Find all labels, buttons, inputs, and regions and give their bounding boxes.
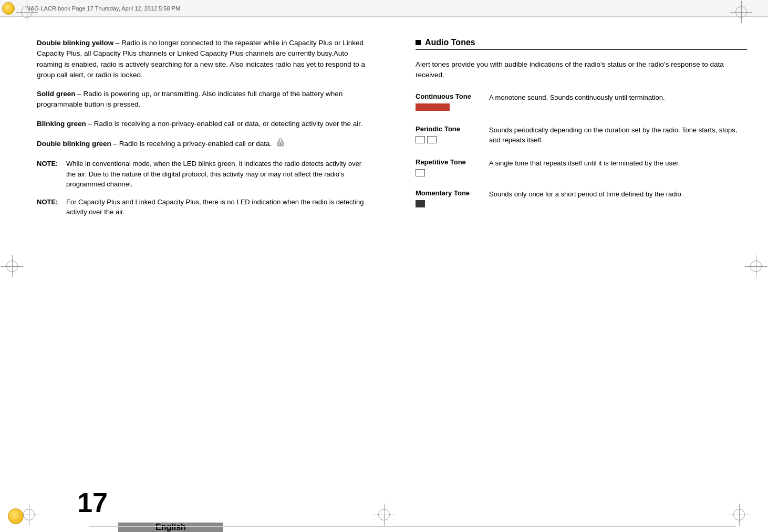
- tone-row-periodic: Periodic Tone Sounds periodically depend…: [416, 125, 747, 145]
- crosshair-bottom-right: [732, 508, 746, 521]
- separator-1: –: [76, 90, 84, 98]
- tone-name-repetitive: Repetitive Tone: [416, 158, 484, 166]
- tone-name-continuous: Continuous Tone: [416, 92, 484, 100]
- para-double-blinking-green: Double blinking green – Radio is receivi…: [37, 138, 368, 150]
- tone-name-momentary: Momentary Tone: [416, 189, 484, 197]
- footer-line: [89, 526, 736, 527]
- svg-point-1: [280, 143, 281, 144]
- note-2-block: NOTE: For Capacity Plus and Linked Capac…: [37, 197, 368, 217]
- para-blinking-green: Blinking green – Radio is receiving a no…: [37, 119, 368, 129]
- tone-desc-periodic: Sounds periodically depending on the dur…: [489, 125, 747, 145]
- tone-visual-periodic: [416, 136, 484, 143]
- heading-square-icon: [416, 40, 421, 45]
- left-column: Double blinking yellow – Radio is no lon…: [0, 17, 389, 482]
- tone-desc-momentary: Sounds only once for a short period of t…: [489, 189, 747, 200]
- note-2-text: For Capacity Plus and Linked Capacity Pl…: [66, 197, 368, 217]
- momentary-box-1: [416, 200, 425, 207]
- continuous-bar: [416, 103, 450, 111]
- repetitive-box: [416, 169, 484, 176]
- tone-desc-repetitive: A single tone that repeats itself until …: [489, 158, 747, 169]
- separator-0: –: [113, 39, 121, 47]
- section-heading-audio-tones: Audio Tones: [416, 38, 747, 50]
- periodic-box-1: [416, 136, 425, 143]
- note-1-text: While in conventional mode, when the LED…: [66, 159, 368, 190]
- note-1-block: NOTE: While in conventional mode, when t…: [37, 159, 368, 190]
- yellow-circle-bottom: [8, 508, 24, 524]
- header-bar: NAG-LACR.book Page 17 Thursday, April 12…: [0, 0, 768, 17]
- crosshair-bottom-left: [22, 508, 36, 521]
- tone-row-repetitive: Repetitive Tone A single tone that repea…: [416, 158, 747, 176]
- tone-row-momentary: Momentary Tone Sounds only once for a sh…: [416, 189, 747, 207]
- tone-visual-continuous: [416, 103, 484, 112]
- term-double-blinking-green: Double blinking green: [37, 139, 111, 147]
- tone-label-periodic: Periodic Tone: [416, 125, 484, 143]
- footer: 17 English: [0, 482, 768, 532]
- body-double-blinking-green: Radio is receiving a privacy-enabled cal…: [119, 139, 272, 147]
- main-content: Double blinking yellow – Radio is no lon…: [0, 17, 768, 482]
- momentary-box: [416, 200, 484, 207]
- periodic-boxes: [416, 136, 484, 143]
- para-double-blinking-yellow: Double blinking yellow – Radio is no lon…: [37, 38, 368, 80]
- separator-2: –: [86, 120, 94, 128]
- language-tab: English: [118, 523, 223, 532]
- section-title: Audio Tones: [425, 38, 475, 47]
- para-solid-green: Solid green – Radio is powering up, or t…: [37, 89, 368, 110]
- header-text: NAG-LACR.book Page 17 Thursday, April 12…: [26, 5, 180, 12]
- term-solid-green: Solid green: [37, 90, 76, 98]
- tone-visual-repetitive: [416, 169, 484, 176]
- term-blinking-green: Blinking green: [37, 120, 86, 128]
- tone-desc-continuous: A monotone sound. Sounds continuously un…: [489, 92, 747, 103]
- language-label: English: [155, 523, 186, 532]
- footer-left-group: 17 English: [0, 482, 223, 532]
- lock-icon: [276, 138, 285, 150]
- body-blinking-green: Radio is receiving a non-privacy-enabled…: [94, 120, 362, 128]
- page-number-box: 17: [29, 489, 118, 532]
- tone-table: Continuous Tone A monotone sound. Sounds…: [416, 92, 747, 207]
- separator-3: –: [111, 139, 119, 147]
- note-2-label: NOTE:: [37, 197, 62, 217]
- periodic-box-2: [427, 136, 437, 143]
- tone-name-periodic: Periodic Tone: [416, 125, 484, 133]
- tone-label-repetitive: Repetitive Tone: [416, 158, 484, 176]
- tone-label-momentary: Momentary Tone: [416, 189, 484, 207]
- tone-row-continuous: Continuous Tone A monotone sound. Sounds…: [416, 92, 747, 112]
- note-1-label: NOTE:: [37, 159, 62, 190]
- right-column: Audio Tones Alert tones provide you with…: [389, 17, 768, 482]
- tone-label-continuous: Continuous Tone: [416, 92, 484, 112]
- page-number: 17: [77, 489, 108, 516]
- tone-visual-momentary: [416, 200, 484, 207]
- term-double-blinking-yellow: Double blinking yellow: [37, 39, 113, 47]
- repetitive-box-1: [416, 169, 425, 176]
- intro-text: Alert tones provide you with audible ind…: [416, 59, 747, 81]
- crosshair-bottom-center: [377, 508, 391, 521]
- logo-circle: [2, 2, 15, 15]
